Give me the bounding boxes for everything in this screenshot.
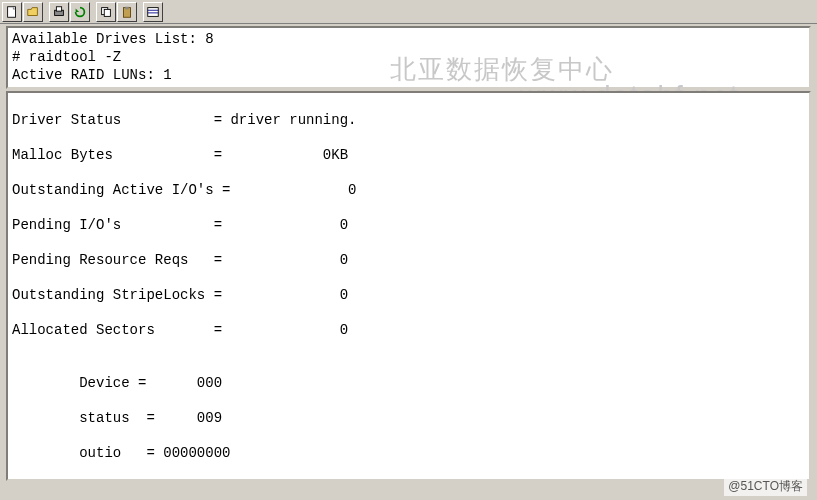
- stripelocks-line: Outstanding StripeLocks = 0: [12, 287, 805, 305]
- toolbar: [0, 0, 817, 24]
- properties-icon: [146, 5, 160, 19]
- outio-line: outio = 00000000: [12, 445, 805, 463]
- svg-rect-6: [125, 7, 129, 10]
- device-line: Device = 000: [12, 375, 805, 393]
- status-line: status = 009: [12, 410, 805, 428]
- copy-button[interactable]: [96, 2, 116, 22]
- refresh-icon: [73, 5, 87, 19]
- svg-rect-4: [104, 9, 110, 16]
- refresh-button[interactable]: [70, 2, 90, 22]
- clipboard-icon: [120, 5, 134, 19]
- drives-line: drives = 08: [12, 480, 805, 481]
- folder-open-icon: [26, 5, 40, 19]
- new-file-button[interactable]: [2, 2, 22, 22]
- active-luns-line: Active RAID LUNs: 1: [12, 66, 805, 84]
- outstanding-io-line: Outstanding Active I/O's = 0: [12, 182, 805, 200]
- available-drives-line: Available Drives List: 8: [12, 30, 805, 48]
- document-icon: [5, 5, 19, 19]
- allocated-sectors-line: Allocated Sectors = 0: [12, 322, 805, 340]
- status-panel: Available Drives List: 8 # raidtool -Z A…: [6, 26, 811, 89]
- svg-rect-2: [56, 7, 61, 11]
- pending-resource-line: Pending Resource Reqs = 0: [12, 252, 805, 270]
- pending-io-line: Pending I/O's = 0: [12, 217, 805, 235]
- print-icon: [52, 5, 66, 19]
- copy-icon: [99, 5, 113, 19]
- credit-label: @51CTO博客: [724, 477, 807, 496]
- svg-rect-7: [148, 8, 159, 17]
- open-button[interactable]: [23, 2, 43, 22]
- print-button[interactable]: [49, 2, 69, 22]
- malloc-bytes-line: Malloc Bytes = 0KB: [12, 147, 805, 165]
- properties-button[interactable]: [143, 2, 163, 22]
- command-line: # raidtool -Z: [12, 48, 805, 66]
- terminal-output: Driver Status = driver running. Malloc B…: [6, 91, 811, 481]
- paste-button[interactable]: [117, 2, 137, 22]
- driver-status-line: Driver Status = driver running.: [12, 112, 805, 130]
